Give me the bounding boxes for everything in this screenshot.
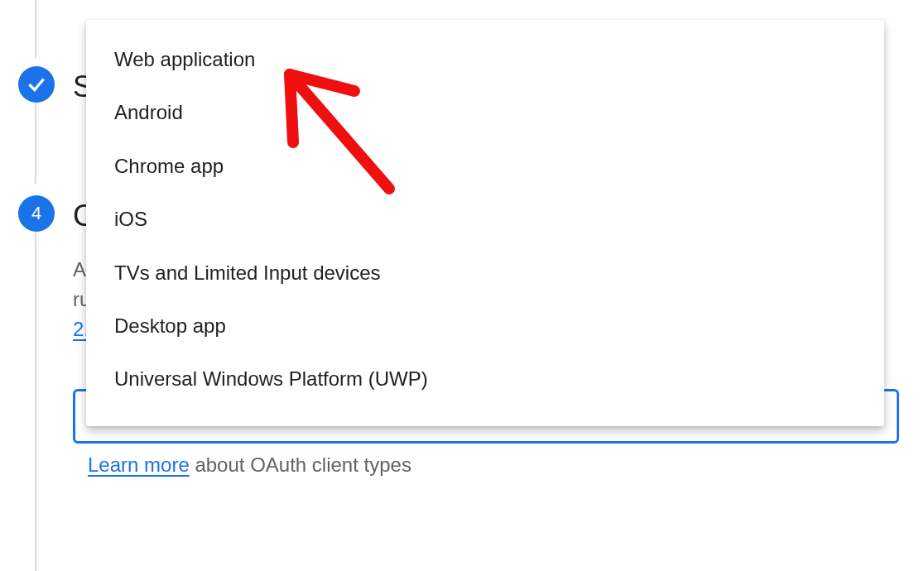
- dropdown-option-uwp[interactable]: Universal Windows Platform (UWP): [86, 353, 884, 405]
- stepper-connector: [35, 0, 36, 58]
- stepper-connector: [35, 101, 36, 184]
- dropdown-option-desktop-app[interactable]: Desktop app: [86, 300, 884, 353]
- learn-more-row: Learn more about OAuth client types: [88, 453, 411, 477]
- check-icon: [26, 74, 47, 95]
- step-current-badge: 4: [18, 195, 55, 232]
- dropdown-option-android[interactable]: Android: [86, 86, 884, 139]
- dropdown-option-ios[interactable]: iOS: [86, 193, 884, 246]
- description-fragment: A: [73, 258, 86, 281]
- dropdown-option-web-application[interactable]: Web application: [86, 33, 884, 86]
- learn-more-suffix: about OAuth client types: [190, 453, 411, 476]
- learn-more-link[interactable]: Learn more: [88, 453, 190, 476]
- dropdown-option-tvs-limited-input[interactable]: TVs and Limited Input devices: [86, 247, 884, 300]
- dropdown-option-chrome-app[interactable]: Chrome app: [86, 140, 884, 193]
- application-type-dropdown[interactable]: Web application Android Chrome app iOS T…: [86, 20, 884, 426]
- step-number: 4: [31, 203, 41, 224]
- stepper-connector: [35, 230, 36, 571]
- step-completed-badge: [18, 66, 55, 103]
